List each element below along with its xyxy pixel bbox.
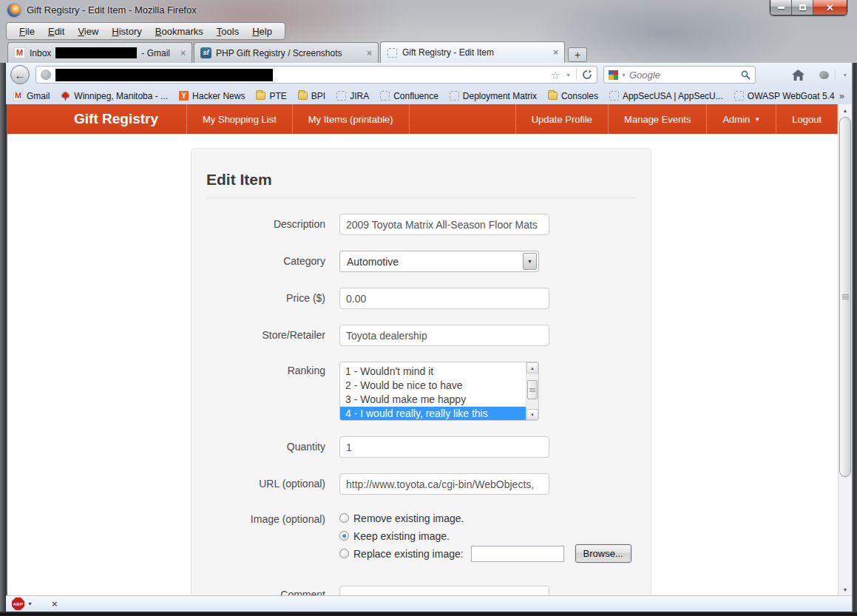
divider	[576, 69, 577, 81]
google-engine-icon[interactable]	[609, 70, 618, 80]
tab-label: PHP Gift Registry / Screenshots	[216, 48, 342, 58]
minimize-button[interactable]	[770, 0, 792, 15]
addon-bar-close-icon[interactable]: ×	[52, 598, 58, 609]
bookmark-folder-bpi[interactable]: BPI	[298, 91, 325, 101]
addon-button[interactable]	[816, 67, 832, 82]
home-button[interactable]	[790, 67, 806, 82]
tab-gift-registry-edit-item[interactable]: Gift Registry - Edit Item ×	[380, 41, 565, 63]
radio-button-selected-icon[interactable]	[339, 531, 349, 541]
price-input[interactable]	[339, 288, 549, 309]
bookmark-winnipeg[interactable]: Winnipeg, Manitoba - ...	[61, 91, 168, 101]
toolbar-overflow-dropdown[interactable]: ▼	[837, 67, 853, 82]
scroll-down-icon[interactable]: ▼	[526, 409, 538, 420]
folder-icon	[256, 92, 265, 100]
maple-leaf-icon	[61, 91, 70, 101]
scrollbar-thumb[interactable]	[527, 380, 538, 399]
ranking-option-selected[interactable]: 4 - I would really, really like this	[340, 407, 526, 421]
ranking-listbox[interactable]: 1 - Wouldn't mind it 2 - Would be nice t…	[339, 362, 539, 421]
category-select[interactable]: Automotive ▼	[339, 251, 539, 272]
quantity-row: Quantity	[206, 436, 636, 458]
tab-php-gift-registry[interactable]: sf PHP Gift Registry / Screenshots ×	[194, 42, 379, 63]
menu-history[interactable]: History	[105, 24, 148, 39]
new-tab-button[interactable]: +	[568, 47, 587, 62]
radio-button-icon[interactable]	[339, 549, 349, 558]
bookmark-hacker-news[interactable]: Y Hacker News	[179, 91, 245, 101]
store-retailer-input[interactable]	[339, 325, 549, 346]
tab-close-icon[interactable]: ×	[553, 47, 558, 58]
gmail-favicon-icon: M	[14, 47, 25, 58]
radio-button-icon[interactable]	[339, 513, 349, 523]
chevron-down-icon[interactable]: ▼	[27, 601, 33, 606]
scrollbar-track[interactable]	[526, 373, 538, 409]
scroll-up-icon[interactable]: ▲	[839, 104, 852, 116]
replace-image-file-input[interactable]	[471, 546, 564, 562]
menu-view[interactable]: View	[71, 24, 105, 39]
radio-keep-image[interactable]: Keep existing image.	[339, 528, 631, 544]
bookmarks-overflow-chevron[interactable]: »	[839, 90, 844, 101]
bookmark-folder-consoles[interactable]: Consoles	[548, 91, 598, 101]
menu-bookmarks[interactable]: Bookmarks	[149, 24, 210, 39]
comment-textarea[interactable]	[339, 586, 549, 595]
nav-item-admin[interactable]: Admin ▼	[706, 104, 776, 134]
nav-item-logout[interactable]: Logout	[776, 104, 838, 134]
price-row: Price ($)	[206, 288, 636, 309]
bookmark-star-icon[interactable]: ☆	[551, 70, 560, 81]
url-input[interactable]	[339, 473, 549, 495]
description-input[interactable]	[339, 214, 549, 235]
scroll-up-icon[interactable]: ▲	[526, 362, 538, 373]
select-dropdown-button[interactable]: ▼	[523, 253, 537, 270]
store-row: Store/Retailer	[206, 325, 636, 346]
bookmark-folder-pte[interactable]: PTE	[256, 91, 286, 101]
nav-item-update-profile[interactable]: Update Profile	[515, 104, 608, 134]
page-title: Edit Item	[206, 171, 636, 189]
firefox-icon	[7, 4, 21, 17]
tab-close-icon[interactable]: ×	[367, 48, 372, 58]
nav-item-my-shopping-list[interactable]: My Shopping List	[186, 104, 292, 134]
bookmark-appsecusa[interactable]: AppSecUSA | AppSecU...	[609, 91, 723, 101]
scroll-down-icon[interactable]: ▼	[839, 583, 852, 595]
bookmark-owasp-webgoat[interactable]: OWASP WebGoat 5.4	[734, 91, 835, 101]
quantity-input[interactable]	[339, 436, 549, 458]
menu-tools[interactable]: Tools	[210, 24, 245, 39]
scrollbar-thumb[interactable]	[839, 117, 851, 477]
greasemonkey-icon	[819, 71, 829, 79]
bookmark-label: JIRA	[350, 91, 369, 101]
bookmark-jira[interactable]: JIRA	[336, 91, 369, 101]
tab-close-icon[interactable]: ×	[180, 48, 186, 58]
back-button[interactable]: ←	[10, 65, 30, 84]
url-dropdown-icon[interactable]: ▼	[566, 72, 571, 78]
maximize-button[interactable]	[792, 0, 813, 15]
search-magnifier-icon[interactable]	[741, 70, 751, 80]
listbox-scrollbar[interactable]: ▲ ▼	[526, 362, 538, 420]
site-brand[interactable]: Gift Registry	[7, 104, 186, 134]
window-controls: ✕	[770, 0, 847, 16]
ranking-option[interactable]: 1 - Wouldn't mind it	[340, 365, 526, 379]
category-label: Category	[206, 251, 339, 272]
search-engine-dropdown-icon[interactable]: ▼	[621, 72, 626, 78]
nav-item-my-items-printable[interactable]: My Items (printable)	[292, 104, 410, 134]
menu-help[interactable]: Help	[245, 24, 279, 39]
comment-row: Comment	[206, 586, 636, 595]
bookmark-confluence[interactable]: Confluence	[380, 91, 438, 101]
close-button[interactable]: ✕	[813, 0, 847, 15]
description-label: Description	[206, 214, 339, 235]
radio-remove-image[interactable]: Remove existing image.	[339, 510, 631, 526]
browse-button[interactable]: Browse...	[575, 544, 631, 563]
ranking-option[interactable]: 2 - Would be nice to have	[340, 379, 526, 393]
adblock-plus-icon[interactable]: ABP	[12, 598, 24, 610]
quantity-label: Quantity	[206, 436, 339, 458]
bookmark-gmail[interactable]: M Gmail	[13, 91, 50, 101]
radio-replace-image[interactable]: Replace existing image: Browse...	[339, 546, 631, 561]
site-identity-globe-icon[interactable]	[41, 70, 51, 80]
page-scrollbar[interactable]: ▲ ▼	[838, 104, 852, 595]
menu-edit[interactable]: Edit	[41, 24, 71, 39]
url-bar[interactable]: ☆ ▼	[35, 66, 597, 84]
search-input[interactable]	[629, 70, 738, 81]
search-box[interactable]: ▼	[603, 66, 756, 84]
ranking-option[interactable]: 3 - Would make me happy	[340, 393, 526, 407]
reload-icon[interactable]	[582, 70, 592, 80]
nav-item-manage-events[interactable]: Manage Events	[608, 104, 706, 134]
menu-file[interactable]: File	[13, 24, 41, 39]
bookmark-deployment-matrix[interactable]: Deployment Matrix	[450, 91, 537, 101]
tab-gmail[interactable]: M Inbox - Gmail ×	[7, 42, 192, 63]
